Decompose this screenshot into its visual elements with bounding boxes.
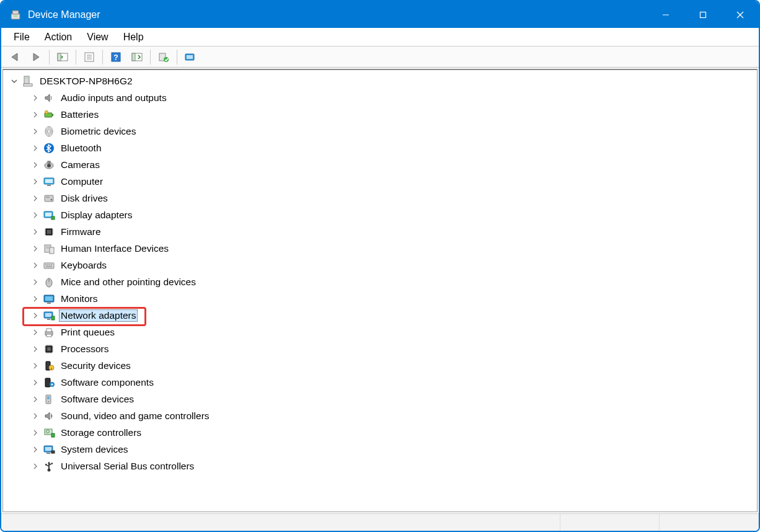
chevron-right-icon[interactable] bbox=[30, 260, 40, 270]
chevron-right-icon[interactable] bbox=[30, 411, 40, 421]
tree-item-audio-inputs-and-outputs[interactable]: Audio inputs and outputs bbox=[3, 89, 757, 106]
maximize-button[interactable] bbox=[684, 1, 722, 28]
svg-rect-1 bbox=[12, 11, 19, 14]
toolbar: ? bbox=[1, 47, 759, 68]
chevron-right-icon[interactable] bbox=[30, 110, 40, 120]
chevron-right-icon[interactable] bbox=[30, 160, 40, 170]
chevron-right-icon[interactable] bbox=[30, 210, 40, 220]
tree-item-human-interface-devices[interactable]: Human Interface Devices bbox=[3, 240, 757, 257]
svg-rect-59 bbox=[51, 264, 52, 265]
chevron-right-icon[interactable] bbox=[30, 361, 40, 371]
tree-item-processors[interactable]: Processors bbox=[3, 340, 757, 357]
svg-rect-100 bbox=[45, 447, 51, 451]
chevron-right-icon[interactable] bbox=[30, 327, 40, 337]
tree-item-print-queues[interactable]: Print queues bbox=[3, 324, 757, 340]
chevron-right-icon[interactable] bbox=[30, 126, 40, 136]
tree-item-bluetooth[interactable]: Bluetooth bbox=[3, 140, 757, 156]
toolbar-separator bbox=[150, 50, 151, 64]
chevron-right-icon[interactable] bbox=[30, 294, 40, 304]
tree-item-label: Bluetooth bbox=[59, 142, 104, 154]
update-driver-button[interactable] bbox=[127, 48, 147, 66]
menu-help[interactable]: Help bbox=[116, 29, 151, 45]
forward-button[interactable] bbox=[26, 48, 46, 66]
tree-item-label: Monitors bbox=[59, 293, 99, 305]
chevron-right-icon[interactable] bbox=[30, 428, 40, 438]
tree-item-software-devices[interactable]: Software devices bbox=[3, 391, 757, 407]
svg-rect-39 bbox=[46, 197, 50, 198]
toolbar-separator bbox=[177, 50, 177, 64]
status-cell-2 bbox=[560, 514, 660, 531]
hid-icon bbox=[43, 242, 55, 255]
menubar: File Action View Help bbox=[1, 28, 759, 47]
device-tree[interactable]: DESKTOP-NP8H6G2 Audio inputs and outputs… bbox=[2, 69, 758, 512]
chevron-right-icon[interactable] bbox=[30, 227, 40, 237]
tree-item-cameras[interactable]: Cameras bbox=[3, 156, 757, 173]
tree-item-label: System devices bbox=[59, 443, 130, 456]
show-hide-console-tree-button[interactable] bbox=[53, 48, 73, 66]
tree-item-monitors[interactable]: Monitors bbox=[3, 290, 757, 307]
tree-item-universal-serial-bus-controllers[interactable]: Universal Serial Bus controllers bbox=[3, 458, 757, 474]
chevron-right-icon[interactable] bbox=[30, 311, 40, 321]
display-adapter-icon bbox=[43, 209, 55, 221]
tree-item-display-adapters[interactable]: Display adapters bbox=[3, 206, 757, 223]
tree-item-mice-and-other-pointing-devices[interactable]: Mice and other pointing devices bbox=[3, 273, 757, 290]
statusbar bbox=[1, 513, 759, 531]
tree-item-computer[interactable]: Computer bbox=[3, 173, 757, 190]
chevron-right-icon[interactable] bbox=[30, 277, 40, 287]
back-button[interactable] bbox=[5, 48, 25, 66]
tree-item-firmware[interactable]: Firmware bbox=[3, 223, 757, 240]
menu-action[interactable]: Action bbox=[37, 29, 79, 45]
tree-item-network-adapters[interactable]: Network adapters bbox=[3, 307, 757, 324]
tree-item-keyboards[interactable]: Keyboards bbox=[3, 257, 757, 273]
tree-item-software-components[interactable]: Software components bbox=[3, 374, 757, 391]
properties-button[interactable] bbox=[79, 48, 99, 66]
chevron-right-icon[interactable] bbox=[30, 344, 40, 354]
tree-item-label: Universal Serial Bus controllers bbox=[59, 460, 196, 472]
menu-view[interactable]: View bbox=[79, 29, 115, 45]
security-icon bbox=[43, 360, 55, 372]
chevron-right-icon[interactable] bbox=[30, 177, 40, 187]
system-device-icon bbox=[43, 443, 55, 456]
tree-item-label: Network adapters bbox=[59, 309, 138, 322]
status-cell-main bbox=[1, 514, 560, 531]
svg-rect-4 bbox=[700, 12, 706, 17]
chevron-right-icon[interactable] bbox=[30, 143, 40, 153]
sound-icon bbox=[43, 410, 55, 422]
chevron-right-icon[interactable] bbox=[30, 445, 40, 454]
chevron-right-icon[interactable] bbox=[30, 461, 40, 471]
scan-hardware-button[interactable] bbox=[180, 48, 200, 66]
tree-item-label: Keyboards bbox=[59, 259, 108, 272]
chevron-right-icon[interactable] bbox=[30, 394, 40, 404]
chevron-right-icon[interactable] bbox=[30, 93, 40, 103]
svg-rect-21 bbox=[24, 76, 29, 84]
tree-item-disk-drives[interactable]: Disk drives bbox=[3, 190, 757, 206]
tree-item-label: Display adapters bbox=[59, 209, 134, 221]
chevron-right-icon[interactable] bbox=[30, 193, 40, 203]
tree-item-biometric-devices[interactable]: Biometric devices bbox=[3, 123, 757, 140]
tree-item-label: Cameras bbox=[59, 159, 102, 171]
computer-tower-icon bbox=[22, 75, 34, 87]
tree-item-system-devices[interactable]: System devices bbox=[3, 441, 757, 458]
menu-file[interactable]: File bbox=[6, 29, 37, 45]
chevron-down-icon[interactable] bbox=[9, 76, 19, 86]
tree-item-sound-video-and-game-controllers[interactable]: Sound, video and game controllers bbox=[3, 407, 757, 424]
tree-item-label: Security devices bbox=[59, 360, 133, 372]
svg-rect-33 bbox=[48, 161, 50, 163]
tree-item-batteries[interactable]: Batteries bbox=[3, 106, 757, 123]
svg-rect-41 bbox=[45, 213, 51, 216]
tree-item-security-devices[interactable]: Security devices bbox=[3, 357, 757, 374]
minimize-button[interactable] bbox=[647, 1, 684, 28]
close-button[interactable] bbox=[722, 1, 759, 28]
svg-rect-72 bbox=[46, 334, 51, 337]
tree-item-label: Storage controllers bbox=[59, 427, 143, 439]
uninstall-device-button[interactable] bbox=[154, 48, 174, 66]
tree-item-label: Batteries bbox=[59, 109, 100, 121]
svg-rect-60 bbox=[46, 266, 52, 267]
chevron-right-icon[interactable] bbox=[30, 378, 40, 388]
help-button[interactable]: ? bbox=[106, 48, 126, 66]
chevron-right-icon[interactable] bbox=[30, 244, 40, 254]
tree-root[interactable]: DESKTOP-NP8H6G2 bbox=[3, 73, 757, 89]
svg-point-95 bbox=[48, 401, 49, 402]
tree-item-label: Software devices bbox=[59, 393, 136, 406]
tree-item-storage-controllers[interactable]: Storage controllers bbox=[3, 424, 757, 441]
